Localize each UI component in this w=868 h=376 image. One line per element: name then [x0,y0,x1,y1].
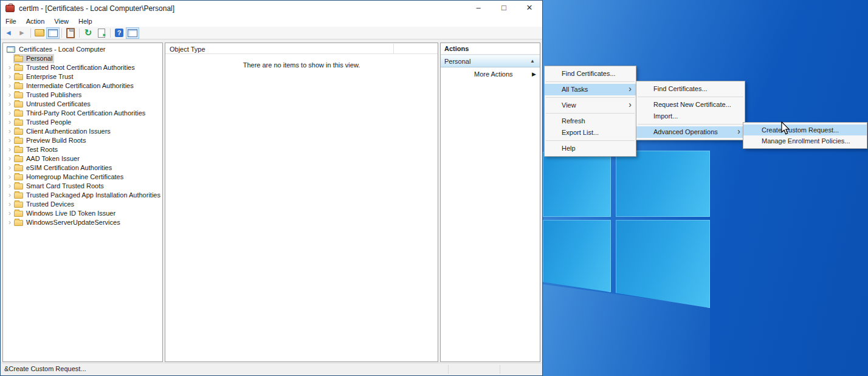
tree-item-homegroup-machine-certificates[interactable]: › Homegroup Machine Certificates [3,173,162,182]
tree-item-test-roots[interactable]: › Test Roots [3,145,162,154]
chevron-right-icon[interactable]: › [6,128,13,135]
more-actions-item[interactable]: More Actions ▶ [441,67,540,81]
up-one-level-icon[interactable] [33,27,46,39]
chevron-right-icon[interactable]: › [6,173,13,181]
folder-icon [14,65,23,71]
column-header-row[interactable]: Object Type [165,43,438,54]
tree-item-trusted-devices[interactable]: › Trusted Devices [3,200,162,209]
chevron-right-icon[interactable]: › [6,73,13,81]
export-list-icon[interactable] [95,27,108,39]
menu-separator[interactable]: › [546,113,635,114]
submenu-arrow-icon: › [629,99,632,111]
windows-logo-pane-top-right [616,151,710,217]
submenu-arrow-icon: ▶ [532,67,536,81]
tree-item-client-authentication-issuers[interactable]: › Client Authentication Issuers [3,127,162,136]
chevron-right-icon[interactable]: › [6,118,13,126]
menu-separator[interactable]: › [638,124,743,125]
actions-section-personal[interactable]: Personal ▲ [441,55,540,67]
menu-item-find-certificates[interactable]: Find Certificates... › [545,68,636,80]
menu-separator[interactable]: › [546,81,635,82]
tree-item-enterprise-trust[interactable]: › Enterprise Trust [3,72,162,81]
chevron-right-icon[interactable]: › [6,91,13,99]
tree-item-esim-certification-authorities[interactable]: › eSIM Certification Authorities [3,163,162,173]
window-controls: – □ ✕ [466,1,542,16]
menu-item-refresh[interactable]: Refresh › [545,115,636,127]
tree-item-trusted-root-certification-authorities[interactable]: › Trusted Root Certification Authorities [3,63,162,72]
tree-item-untrusted-certificates[interactable]: › Untrusted Certificates [3,100,162,109]
chevron-right-icon[interactable]: › [6,200,13,208]
menu-separator[interactable]: › [638,97,743,97]
certlm-window: certlm - [Certificates - Local Computer\… [0,0,543,376]
tree-item-preview-build-roots[interactable]: › Preview Build Roots [3,136,162,145]
menu-item-help[interactable]: Help › [545,143,636,154]
chevron-right-icon[interactable]: › [6,64,13,72]
chevron-right-icon[interactable]: › [6,146,13,154]
forward-icon[interactable]: ► [15,27,29,39]
folder-icon [14,120,23,126]
menu-item-create-custom-request[interactable]: Create Custom Request... › [743,125,867,135]
menu-item-all-tasks[interactable]: All Tasks › [545,84,636,95]
tree-root-certificates-local-computer[interactable]: Certificates - Local Computer [3,45,162,54]
menubar-view[interactable]: View [49,16,74,27]
tree-item-trusted-packaged-app-installation-authorities[interactable]: › Trusted Packaged App Installation Auth… [3,191,162,200]
status-bar-separator [500,365,500,374]
paste-icon[interactable] [64,27,77,39]
menu-item-view[interactable]: View › [545,100,636,111]
menu-item-manage-enrollment-policies[interactable]: Manage Enrollment Policies... › [743,135,867,146]
menu-separator[interactable]: › [546,140,635,141]
menu-item-import[interactable]: Import... › [636,111,745,122]
toolbar-separator [110,29,111,38]
tree-item-smart-card-trusted-roots[interactable]: › Smart Card Trusted Roots [3,182,162,191]
chevron-right-icon[interactable]: › [6,210,13,217]
minimize-button[interactable]: – [466,1,491,16]
tree-item-trusted-publishers[interactable]: › Trusted Publishers [3,91,162,100]
menu-item-find-certificates[interactable]: Find Certificates... › [636,83,745,95]
column-header-object-type[interactable]: Object Type [165,46,205,53]
menu-item-request-new-certificate[interactable]: Request New Certificate... › [636,99,745,111]
menu-item-export-list[interactable]: Export List... › [545,127,636,138]
menu-separator[interactable]: › [546,97,635,98]
chevron-right-icon[interactable]: › [6,219,13,227]
close-button[interactable]: ✕ [517,1,542,16]
tree-item-personal[interactable]: › Personal [3,54,162,63]
folder-icon [14,92,23,98]
tree-item-trusted-people[interactable]: › Trusted People [3,118,162,127]
tree-item-intermediate-certification-authorities[interactable]: › Intermediate Certification Authorities [3,81,162,91]
folder-icon [14,220,23,226]
windows-logo-pane-bottom-right [616,220,710,308]
chevron-right-icon[interactable]: › [6,137,13,145]
folder-icon [14,74,23,80]
chevron-right-icon[interactable]: › [6,82,13,90]
chevron-right-icon[interactable]: › [6,164,13,172]
menubar-help[interactable]: Help [74,16,97,27]
back-icon[interactable]: ◄ [2,27,15,39]
actions-title: Actions [441,43,540,55]
workspace: Certificates - Local Computer › Personal [1,39,542,363]
tree-item-windowsserverupdateservices[interactable]: › WindowsServerUpdateServices [3,218,162,227]
title-bar[interactable]: certlm - [Certificates - Local Computer\… [1,1,542,16]
tree-item-third-party-root-certification-authorities[interactable]: › Third-Party Root Certification Authori… [3,109,162,118]
menubar-file[interactable]: File [1,16,21,27]
menu-item-advanced-operations[interactable]: Advanced Operations › [636,126,745,138]
chevron-right-icon[interactable]: › [6,100,13,108]
screen: certlm - [Certificates - Local Computer\… [0,0,868,376]
tree-item-windows-live-id-token-issuer[interactable]: › Windows Live ID Token Issuer [3,209,162,218]
collapse-section-icon[interactable]: ▲ [530,55,535,67]
chevron-right-icon[interactable]: › [6,182,13,190]
maximize-button[interactable]: □ [491,1,517,16]
show-console-tree-icon[interactable] [46,27,60,39]
tree-item-aad-token-issuer[interactable]: › AAD Token Issuer [3,154,162,163]
menu-bar: File Action View Help [1,16,542,27]
chevron-right-icon[interactable]: › [6,191,13,199]
console-tree-panel: Certificates - Local Computer › Personal [2,43,163,362]
chevron-right-icon[interactable]: › [6,155,13,163]
toolbar: ◄ ► ↻ [1,27,542,39]
chevron-right-icon[interactable]: › [6,109,13,117]
show-action-pane-icon[interactable] [126,27,139,39]
refresh-icon[interactable]: ↻ [81,27,95,39]
folder-icon [14,174,23,180]
help-icon[interactable] [112,27,126,39]
submenu-advanced-operations: Create Custom Request... › Manage Enroll… [743,122,867,149]
status-bar-separator [448,365,449,374]
menubar-action[interactable]: Action [21,16,50,27]
